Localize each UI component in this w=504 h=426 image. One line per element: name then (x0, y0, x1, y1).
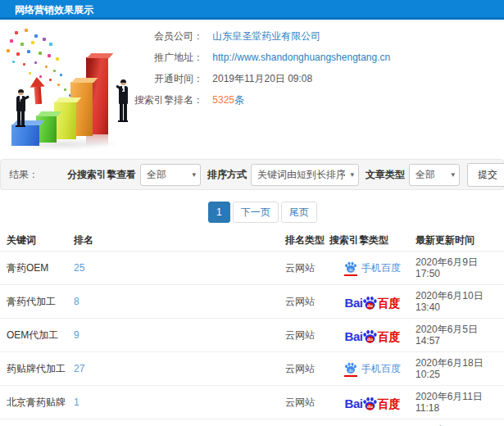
engine-rank-row: 搜索引擎排名： 5325条 (111, 93, 497, 106)
rank-link[interactable]: 1 (74, 397, 79, 408)
svg-text:du: du (348, 267, 353, 271)
keyword-text: 膏药OEM (7, 262, 48, 274)
article-select-wrap: 全部 (409, 164, 460, 186)
engine-filter-label: 分搜索引擎查看 (67, 168, 136, 182)
rank-type-cell: 云网站 (279, 386, 329, 419)
updated-cell: 2020年6月18日 10:19 (415, 419, 504, 426)
open-time-value: 2019年11月20日 09:08 (212, 73, 312, 84)
page-title: 网络营销效果展示 (0, 0, 93, 20)
confetti-dots (0, 25, 2, 27)
engine-cell: Bai du 百度 (329, 319, 415, 352)
baidu-cn-text: 百度 (377, 297, 400, 309)
sort-select[interactable]: 关键词由短到长排序 (251, 164, 359, 186)
rank-link[interactable]: 25 (74, 262, 84, 274)
company-row: 会员公司： 山东皇圣堂药业有限公司 (111, 29, 497, 43)
promo-url-link[interactable]: http://www.shandonghuangshengtang.cn (212, 52, 390, 63)
keyword-cell: 北京膏药贴牌 (0, 386, 67, 419)
rank-cell: 1,4,6 (67, 419, 279, 426)
rank-type-cell: 云网站 (279, 319, 329, 352)
baidu-logo: Bai du 百度 (345, 327, 401, 342)
baidu-paw-icon: du (362, 295, 378, 310)
rank-link[interactable]: 27 (74, 363, 84, 374)
rank-type-cell: 云网站 (279, 352, 329, 386)
rank-cell: 1 (67, 386, 279, 419)
rank-cell: 25 (67, 252, 279, 285)
baidu-bai-text: Bai (345, 398, 363, 410)
svg-text:du: du (368, 337, 374, 342)
businessman-figure-right (114, 79, 132, 122)
submit-button[interactable]: 提交 (467, 163, 504, 187)
baidu-paw-icon: du (344, 361, 357, 377)
updated-text: 2020年6月18日 10:25 (415, 357, 484, 380)
engine-cell: du 手机百度 (329, 352, 415, 386)
svg-text:du: du (368, 404, 374, 409)
promo-url-row: 推广地址： http://www.shandonghuangshengtang.… (111, 51, 497, 64)
header-updated: 最新更新时间 (415, 230, 504, 252)
updated-text: 2020年6月10日 13:40 (415, 290, 484, 313)
table-row: 药贴牌代加工 27 云网站 du 手机百度 2020年6月18日 10:25 (0, 352, 504, 386)
page: 网络营销效果展示 会员公司： 山东皇圣堂药业有限公司 推广地址： http://… (0, 0, 504, 426)
updated-cell: 2020年6月11日 11:18 (415, 386, 504, 419)
promo-url-label: 推广地址： (111, 51, 203, 64)
chart-bar-yellow (54, 102, 76, 139)
baidu-logo: Bai du 百度 (345, 394, 401, 410)
engine-cell: du 手机百度 (329, 252, 415, 285)
updated-cell: 2020年6月10日 13:40 (415, 285, 504, 319)
updated-text: 2020年6月5日 14:57 (415, 324, 478, 347)
rank-link[interactable]: 9 (74, 329, 79, 341)
engine-cell: Bai du 百度 (329, 285, 415, 319)
keyword-cell: OEM代加工 (0, 319, 67, 352)
sort-select-wrap: 关键词由短到长排序 (251, 164, 359, 186)
last-page-button[interactable]: 尾页 (281, 202, 317, 223)
chart-bar-blue (11, 125, 39, 146)
table-row: 枣庄膏药加工 1,4,6 云网站 du 手机百度 2020年6月18日 10:1… (0, 419, 504, 426)
baidu-cn-text: 百度 (377, 398, 400, 410)
app-header: 网络营销效果展示 (0, 0, 504, 20)
updated-cell: 2020年6月18日 10:25 (415, 352, 504, 386)
header-engine-type: 搜索引擎类型 (329, 230, 415, 252)
engine-rank-unit[interactable]: 条 (234, 94, 244, 106)
updated-cell: 2020年6月5日 14:57 (415, 319, 504, 352)
table-row: 膏药OEM 25 云网站 du 手机百度 2020年6月9日 17:50 (0, 252, 504, 285)
baidu-logo: Bai du 百度 (345, 293, 401, 309)
engine-select[interactable]: 全部 (140, 164, 201, 186)
rank-type-text: 云网站 (285, 329, 315, 341)
engine-cell: Bai du 百度 (329, 386, 415, 419)
table-row: 膏药代加工 8 云网站 Bai du 百度 2020年6月10日 13:40 (0, 285, 504, 319)
baidu-paw-icon: du (362, 329, 378, 344)
keyword-cell: 膏药代加工 (0, 285, 67, 319)
rank-type-text: 云网站 (285, 397, 315, 408)
baidu-cn-text: 百度 (377, 331, 400, 342)
table-row: OEM代加工 9 云网站 Bai du 百度 2020年6月5日 14:57 (0, 319, 504, 352)
page-1-button[interactable]: 1 (208, 202, 230, 223)
svg-text:du: du (348, 368, 353, 372)
rank-link[interactable]: 8 (74, 296, 79, 307)
keyword-text: OEM代加工 (7, 329, 58, 341)
keyword-cell: 膏药OEM (0, 252, 67, 285)
keyword-text: 药贴牌代加工 (7, 363, 66, 374)
rank-type-cell: 云网站 (279, 252, 329, 285)
pagination: 1 下一页 尾页 (208, 202, 317, 223)
keyword-cell: 枣庄膏药加工 (0, 419, 67, 426)
company-label: 会员公司： (111, 29, 203, 43)
open-time-row: 开通时间： 2019年11月20日 09:08 (111, 72, 497, 85)
keyword-cell: 药贴牌代加工 (0, 352, 67, 386)
filter-controls: 分搜索引擎查看 全部 排序方式 关键词由短到长排序 文章类型 全部 提交 (61, 163, 503, 187)
rank-type-text: 云网站 (285, 296, 315, 307)
header-keyword: 关键词 (0, 230, 67, 252)
rank-cell: 27 (67, 352, 279, 386)
baidu-bai-text: Bai (345, 297, 363, 309)
mobile-baidu-logo: du 手机百度 (344, 261, 401, 276)
svg-text:du: du (368, 303, 374, 308)
rank-type-text: 云网站 (285, 363, 315, 374)
next-page-button[interactable]: 下一页 (233, 202, 279, 223)
table-header-row: 关键词 排名 排名类型 搜索引擎类型 最新更新时间 (0, 230, 504, 252)
engine-select-wrap: 全部 (140, 164, 201, 186)
company-link[interactable]: 山东皇圣堂药业有限公司 (212, 30, 320, 42)
result-label: 结果： (9, 168, 39, 182)
keyword-text: 膏药代加工 (7, 296, 56, 307)
mobile-baidu-label: 手机百度 (361, 262, 401, 274)
table-row: 北京膏药贴牌 1 云网站 Bai du 百度 2020年6月11日 11:18 (0, 386, 504, 419)
baidu-bai-text: Bai (345, 331, 363, 342)
article-type-select[interactable]: 全部 (409, 164, 460, 186)
